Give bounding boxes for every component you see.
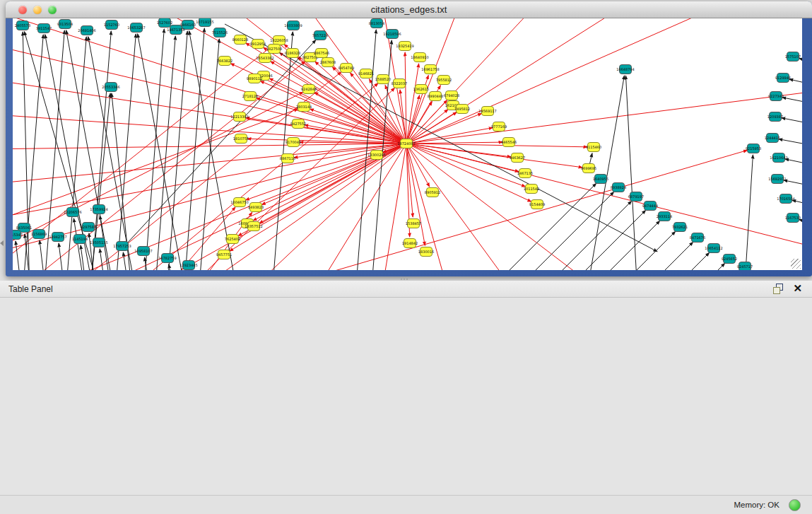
network-node[interactable]: 9115460 (586, 143, 601, 152)
network-node[interactable]: 1467135 (517, 169, 533, 178)
network-node[interactable]: 8454749 (339, 64, 354, 73)
network-node[interactable]: 8322037 (392, 79, 407, 88)
network-node[interactable]: 9457751 (216, 250, 232, 259)
network-node[interactable]: 18226058 (270, 36, 288, 45)
network-node[interactable]: 8867110 (280, 154, 295, 163)
network-node[interactable]: 8912954 (250, 40, 266, 49)
network-node[interactable]: 16961758 (421, 65, 439, 74)
citation-edge-black[interactable] (495, 183, 596, 270)
citation-edge-black[interactable] (782, 98, 802, 107)
citation-edge-black[interactable] (143, 29, 164, 270)
network-node[interactable]: 13505135 (90, 238, 107, 247)
citation-edge-red[interactable] (406, 18, 755, 144)
network-node[interactable]: 18640910 (411, 53, 428, 62)
network-node[interactable]: 1362615 (413, 85, 429, 94)
network-node[interactable]: 1011542 (524, 185, 539, 194)
network-node[interactable]: 1640955 (593, 175, 608, 184)
citation-edge-black[interactable] (792, 200, 802, 210)
panel-divider-handle[interactable] (401, 277, 409, 280)
network-node[interactable]: 6794028 (444, 91, 459, 100)
network-node[interactable]: 8471676 (690, 233, 705, 243)
network-node[interactable]: 9465546 (501, 138, 517, 147)
network-node[interactable]: 9463627 (510, 153, 525, 163)
network-node[interactable]: 9215953 (746, 144, 761, 153)
network-node[interactable]: 2718126 (242, 92, 258, 101)
network-node[interactable]: 16210643 (770, 153, 787, 163)
network-node[interactable]: 7663822 (217, 57, 233, 66)
citation-edge-red[interactable] (406, 144, 526, 187)
network-node[interactable]: 8186328 (285, 49, 300, 58)
network-node[interactable]: 7495812 (454, 105, 470, 114)
network-node[interactable]: 9227343 (768, 92, 784, 101)
network-node[interactable]: 15692971 (768, 175, 786, 184)
network-node[interactable]: 12213393 (230, 112, 248, 122)
network-graph[interactable]: 1872400786601288912954182260581827508165… (13, 18, 802, 270)
network-node[interactable]: 6879197 (628, 192, 644, 201)
network-node[interactable]: 8660128 (233, 35, 248, 45)
network-node[interactable]: 9777169 (491, 122, 507, 132)
citation-edge-black[interactable] (744, 155, 753, 270)
network-node[interactable]: 10653287 (127, 23, 145, 33)
network-node[interactable]: 8938924 (611, 183, 626, 192)
network-node[interactable]: 9474444 (642, 201, 658, 211)
citation-edge-red[interactable] (126, 18, 406, 144)
citation-edge-black[interactable] (574, 231, 676, 270)
network-node[interactable]: 13942757 (49, 233, 66, 242)
citation-edge-black[interactable] (66, 30, 114, 270)
network-node[interactable]: 10654112 (705, 244, 722, 253)
network-node[interactable]: 2867608 (320, 58, 336, 67)
network-node[interactable]: 1156869 (31, 230, 47, 239)
citation-edge-red[interactable] (406, 142, 502, 144)
close-panel-icon[interactable]: ✕ (793, 284, 802, 293)
network-node[interactable]: 8905912 (425, 188, 440, 197)
citation-edge-black[interactable] (199, 39, 219, 270)
citation-edge-red[interactable] (260, 81, 406, 144)
network-node[interactable]: 9242848 (301, 85, 317, 94)
citation-edge-red[interactable] (310, 144, 406, 270)
network-node[interactable]: 1810755 (233, 134, 249, 144)
citation-edge-red[interactable] (13, 109, 298, 230)
network-node[interactable]: 1209387 (767, 112, 783, 122)
citation-edge-black[interactable] (625, 76, 637, 270)
citation-edge-red[interactable] (406, 18, 550, 144)
citation-edge-black[interactable] (167, 31, 187, 270)
citation-edge-black[interactable] (784, 180, 802, 190)
network-node[interactable]: 1145194 (72, 235, 88, 244)
citation-edge-black[interactable] (184, 28, 204, 270)
network-node[interactable]: 16033809 (284, 21, 302, 30)
citation-edge-black[interactable] (592, 242, 693, 270)
citation-edge-black[interactable] (782, 118, 802, 128)
network-node[interactable]: 18325419 (396, 42, 413, 51)
network-node[interactable]: 16543382 (256, 54, 273, 63)
network-node[interactable]: 8990448 (428, 92, 443, 101)
citation-edge-black[interactable] (799, 58, 802, 68)
network-window-titlebar[interactable]: citations_edges.txt (6, 1, 812, 18)
network-node[interactable]: 9170041 (286, 138, 301, 147)
network-node[interactable]: 7515526 (212, 28, 228, 37)
citation-edge-black[interactable] (23, 32, 30, 270)
network-node[interactable]: 10719155 (196, 18, 213, 27)
citation-edge-red[interactable] (13, 144, 406, 149)
network-node[interactable]: 2405573 (15, 21, 30, 30)
network-node[interactable]: 1152760 (104, 21, 119, 30)
citation-edge-red[interactable] (406, 144, 613, 270)
network-canvas[interactable]: 1872400786601288912954182260581827508165… (13, 18, 802, 270)
citation-edge-red[interactable] (406, 89, 802, 144)
network-node[interactable]: 9245652 (722, 255, 737, 264)
network-node[interactable]: 1244415 (765, 134, 780, 143)
network-node[interactable]: 1914842 (402, 239, 418, 248)
citation-edge-black[interactable] (81, 245, 87, 270)
citation-edge-black[interactable] (40, 240, 46, 270)
float-panel-icon[interactable] (773, 284, 783, 293)
network-node[interactable]: 2803144 (296, 103, 312, 112)
citation-edge-black[interactable] (779, 139, 802, 149)
network-node[interactable]: 3911547 (36, 24, 52, 33)
citation-edge-red[interactable] (182, 151, 747, 270)
network-node[interactable]: 9297588 (81, 223, 96, 232)
network-node[interactable]: 1588520 (375, 75, 391, 84)
network-node[interactable]: 1830016 (418, 247, 434, 257)
network-node[interactable]: 9313504 (57, 20, 73, 29)
citation-edge-red[interactable] (406, 144, 802, 252)
network-node[interactable]: 1167533 (785, 214, 801, 223)
citation-edge-red[interactable] (154, 88, 395, 270)
